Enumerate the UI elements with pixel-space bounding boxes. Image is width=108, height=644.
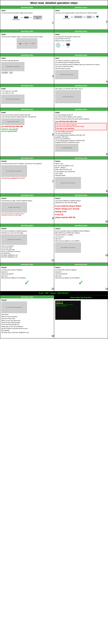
step-number-14: 10 (81, 220, 108, 223)
cell-body-5: Step5: You need copy files like this: [ … (0, 56, 54, 78)
step-number-11: 7 (27, 180, 54, 183)
cell-body-9: Step8: If you can't find the camera IP a… (0, 111, 54, 137)
step7-image: [ Search Tool Screenshot ] (55, 70, 78, 79)
cell-header-11: operating steps (0, 156, 54, 160)
camera-icon-2: 📷 Camera power (63, 15, 70, 19)
cell-step4: operating steps Step4: You need find CD,… (54, 30, 108, 54)
step16-text: you need write camera IP address passwor… (1, 269, 53, 279)
cell-step16: operating steps Step16: you need write c… (0, 263, 54, 291)
tick-icon-2: ✓ (55, 279, 107, 286)
cell-header-14: operating steps (54, 194, 108, 197)
step9-image: [ IP Settings Dialog ] (55, 144, 78, 152)
line-2 (30, 18, 32, 18)
warning-text: not in the same network segmentyou will … (56, 124, 106, 127)
step2-text: You must use a network cable, connect th… (1, 36, 53, 38)
step5-text: You need copy files like this: (1, 60, 53, 62)
step12-subtext: You must be allowed to install the plug-… (1, 213, 53, 216)
step11-image: [ Browser Login Screenshot ] (55, 177, 81, 189)
step1-text: You must connect the power supply to the… (1, 12, 53, 14)
cell-step8: operating steps Step8: If you can't find… (0, 108, 54, 156)
cell-header-9: operating steps (0, 108, 54, 111)
step14-image: [ Plugin Allow Screenshot ] (1, 234, 27, 245)
cell-body-7: Step6: 1.You need run: ims-4200 2.you ne… (0, 87, 54, 108)
step-number-12: 8 (81, 190, 108, 193)
step6-img-label: [ Run Command Window ] (6, 98, 19, 100)
ip-found-highlight: you will find:192.168.0.99 (1, 126, 53, 128)
cell-step12: operating steps Step12: The first time y… (0, 194, 54, 224)
ip-good-text: now,it is very good!you are good man! (1, 128, 53, 132)
switch-box-1: network cable switch (33, 16, 42, 19)
wipe-image: DEFROST ON ■■■■■■■■■■ Wipe fog function … (55, 300, 81, 320)
cd-icon: 💿 (55, 42, 61, 48)
step3-label: Step3: (55, 10, 107, 12)
cell-body-11: Step10: you need to find this two PC add… (0, 160, 54, 184)
cell-header-4: operating steps (54, 30, 108, 33)
step18-image: [ Camera live view screenshot ] (1, 302, 27, 313)
step15-label: Step15: (55, 228, 107, 230)
step6-label: Step6: (1, 88, 53, 90)
network-cable-label: network cable (74, 16, 82, 18)
step15-image: [ IMS Software Screenshot ] (55, 242, 81, 253)
page-title: Must read, detailed operation steps (0, 0, 108, 6)
step10-img-label: [ PC IP Settings Screenshot ] (7, 170, 21, 172)
step-number-16: 12 (81, 254, 108, 257)
cell-header-19: operating steps (0, 296, 54, 298)
step-number-10: 6 (81, 153, 108, 156)
step7-label: Step7 (55, 57, 107, 59)
cell-body-6: Step7 You need run tool,this is a Search… (54, 56, 108, 84)
cell-step7: operating steps Step7 You need run tool,… (54, 54, 108, 84)
cell-step13: operating steps Step13: You must be allo… (54, 194, 108, 224)
step5-run-labels: ims-4200 tool (1, 72, 53, 74)
important-text: This step is very important. (56, 128, 106, 129)
net-line-c (93, 17, 95, 17)
step10-set-ip: you must set ip address for you PC. (1, 177, 53, 179)
open-wipe-title: Open wipe fog function (70, 296, 92, 298)
cell-step18: operating steps Step18: [ Camera live vi… (0, 296, 54, 338)
step14-label: Step14: (1, 228, 53, 230)
cell-header-12: operating steps (54, 156, 108, 160)
cell-iptable: operating steps ON ip table, you will fi… (54, 84, 108, 108)
power-camera-diagram: 📷 Camera power DC12V network cable switc… (1, 15, 53, 20)
call-bar-text: Call "95" Open DEFROST (0, 291, 108, 295)
step-number-15: 11 (27, 259, 54, 262)
step9-img-label: [ IP Settings Dialog ] (61, 147, 72, 148)
step8-img-label: [ Camera search result ] (7, 121, 19, 122)
step1-label: Step1: (1, 10, 53, 12)
step10-text: you need to find this two PC address, an… (1, 163, 53, 164)
step17-label: Step17: (55, 266, 107, 268)
cell-body-16: Step15: Do you remember that you install… (54, 227, 108, 258)
step8-image: [ Camera search result ] (1, 118, 24, 125)
step18-label: Step18: (1, 299, 53, 301)
step13-label: Step13: (55, 198, 107, 199)
step10-image: [ PC IP Settings Screenshot ] (1, 165, 27, 177)
step2-label: Step2: (1, 34, 53, 35)
step6-text: 1.You need run: ims-4200 2.you need run:… (1, 90, 53, 94)
step-number-2: 2 (81, 20, 108, 23)
step9-info: You must modify the camera IP. If you pc… (55, 131, 107, 143)
cell-body-15: Step14: You must be allowed to install t… (0, 227, 54, 263)
cell-header-16: operating steps (54, 224, 108, 227)
cell-step11: operating steps Step11: Step11: do it, y… (54, 156, 108, 194)
step3-text: You must use a network cable, connect th… (55, 12, 107, 14)
cell-body-3: Step2: You must use a network cable, con… (0, 33, 54, 53)
step9-ip-highlight: you will find:192.168.0.99 (55, 120, 107, 122)
cell-body-1: Step1: You must connect the power supply… (0, 9, 54, 30)
content-grid: operating steps Step1: You must connect … (0, 6, 108, 338)
run-label-2: tool (9, 72, 13, 74)
iptable-img-label: [ HKT-ISCP IP Table ] (62, 96, 73, 97)
step7-img-label: [ Search Tool Screenshot ] (60, 74, 73, 75)
step-number-9: 5 (27, 133, 54, 136)
cell-header-7: operating steps (0, 84, 54, 87)
cell-header-8: operating steps (54, 84, 108, 87)
step-number-18: 14 (81, 287, 108, 290)
step13-text: You must be allowed to install the plug-… (55, 200, 107, 204)
step5-img-label: [ File Explorer Screenshot ] (6, 66, 20, 67)
cell-header-6: operating steps (54, 54, 108, 56)
call-bar-cell: Call "95" Open DEFROST (0, 291, 108, 296)
network-switch-diagram: 📷 Camera power network cable switch 🖥️ (55, 15, 107, 19)
wipe-screen-line-1: DEFROST ON (56, 302, 63, 303)
cell-header-5: operating steps (0, 54, 54, 56)
cell-step1: operating steps Step1: You must connect … (0, 6, 54, 30)
iptable-image: [ HKT-ISCP IP Table ] (55, 90, 81, 103)
step4-text: You need find CD,and open Camera CD. Cop… (55, 36, 107, 42)
